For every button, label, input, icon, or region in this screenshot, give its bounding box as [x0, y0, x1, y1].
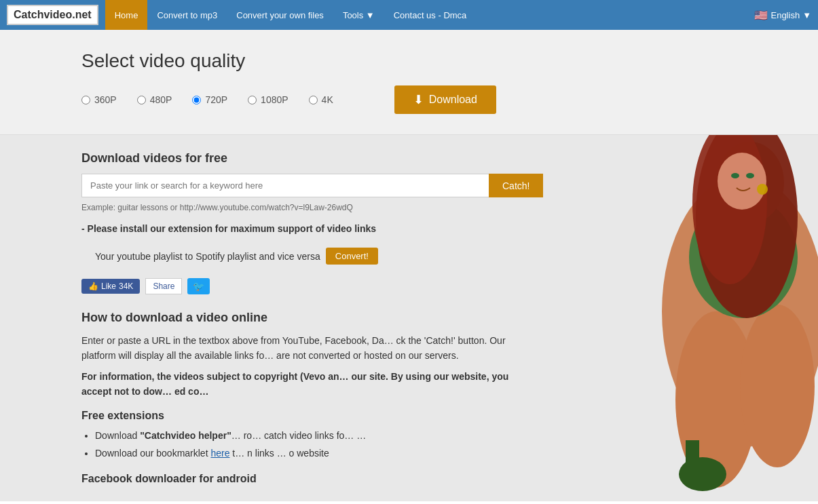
quality-option-1080p[interactable]: 1080P [248, 94, 288, 105]
social-row: 👍 Like 34K Share 🐦 [81, 278, 777, 294]
quality-option-720p[interactable]: 720P [192, 94, 227, 105]
download-button[interactable]: ⬇ Download [394, 85, 496, 114]
extensions-title: Free extensions [81, 410, 777, 422]
radio-720p[interactable] [192, 96, 201, 104]
list-item: Download "Catchvideo helper"… ro… catch … [95, 427, 777, 444]
quality-option-360p[interactable]: 360P [81, 94, 117, 105]
quality-option-480p[interactable]: 480P [137, 94, 172, 105]
like-label: Like [101, 282, 116, 291]
facebook-like-button[interactable]: 👍 Like 34K [81, 279, 140, 294]
facebook-share-button[interactable]: Share [145, 278, 182, 294]
quality-label-480p: 480P [150, 94, 172, 105]
convert-button[interactable]: Convert! [326, 248, 378, 265]
nav-links: Home Convert to mp3 Convert your own fil… [105, 0, 755, 30]
quality-label-360p: 360P [94, 94, 117, 105]
list-item: Download our bookmarklet here t… n links… [95, 445, 777, 462]
quality-option-4k[interactable]: 4K [309, 94, 333, 105]
quality-title: Select video quality [81, 50, 777, 72]
ext-item-1-bold: "Catchvideo helper" [140, 430, 231, 441]
radio-4k[interactable] [309, 96, 318, 104]
flag-icon: 🇺🇸 [754, 9, 768, 22]
catch-button[interactable]: Catch! [489, 174, 543, 197]
ext-item-2-before: Download our bookmarklet [95, 448, 210, 459]
radio-360p[interactable] [81, 96, 90, 104]
quality-options-row: 360P 480P 720P 1080P 4K ⬇ Download [81, 85, 777, 114]
search-input[interactable] [81, 174, 489, 197]
fb-downloader-title: Facebook downloader for android [81, 473, 777, 485]
nav-item-home[interactable]: Home [105, 0, 148, 30]
download-icon: ⬇ [413, 92, 424, 107]
ext-item-1-after: … ro… catch video links fo… … [231, 430, 366, 441]
ext-item-2-after: t… n links … o website [229, 448, 329, 459]
search-row: Catch! [81, 174, 777, 197]
nav-item-convert-files[interactable]: Convert your own files [227, 0, 333, 30]
radio-1080p[interactable] [248, 96, 257, 104]
main-content: Download videos for free Catch! Example:… [0, 135, 818, 501]
svg-point-0 [662, 176, 818, 447]
how-to-paragraph: Enter or paste a URL in the textbox abov… [81, 333, 516, 364]
logo[interactable]: Catchvideo.net [7, 5, 98, 25]
navbar: Catchvideo.net Home Convert to mp3 Conve… [0, 0, 818, 30]
chevron-down-icon: ▼ [802, 10, 811, 20]
nav-item-contact[interactable]: Contact us - Dmca [384, 0, 477, 30]
nav-item-tools[interactable]: Tools ▼ [333, 0, 384, 30]
quality-label-1080p: 1080P [261, 94, 288, 105]
quality-label-720p: 720P [205, 94, 227, 105]
how-to-section: How to download a video online Enter or … [81, 308, 516, 399]
language-label: English [770, 10, 800, 20]
how-to-title: How to download a video online [81, 308, 516, 328]
download-label: Download [429, 94, 477, 106]
quality-section: Select video quality 360P 480P 720P 1080… [0, 30, 818, 135]
copyright-notice: For information, the videos subject to c… [81, 369, 516, 400]
extensions-list: Download "Catchvideo helper"… ro… catch … [95, 427, 777, 461]
radio-480p[interactable] [137, 96, 146, 104]
quality-label-4k: 4K [322, 94, 333, 105]
language-selector[interactable]: 🇺🇸 English ▼ [754, 9, 811, 22]
bookmarklet-link[interactable]: here [210, 448, 229, 459]
ext-item-1-before: Download [95, 430, 140, 441]
like-count: 34K [119, 282, 133, 291]
example-text: Example: guitar lessons or http://www.yo… [81, 203, 777, 212]
spotify-row: Your youtube playlist to Spotify playlis… [95, 248, 777, 265]
download-section-title: Download videos for free [81, 151, 777, 166]
install-notice: - Please install our extension for maxim… [81, 223, 777, 234]
spotify-text: Your youtube playlist to Spotify playlis… [95, 251, 320, 262]
twitter-button[interactable]: 🐦 [187, 278, 210, 294]
thumbs-up-icon: 👍 [88, 282, 98, 291]
nav-item-convert-mp3[interactable]: Convert to mp3 [147, 0, 227, 30]
